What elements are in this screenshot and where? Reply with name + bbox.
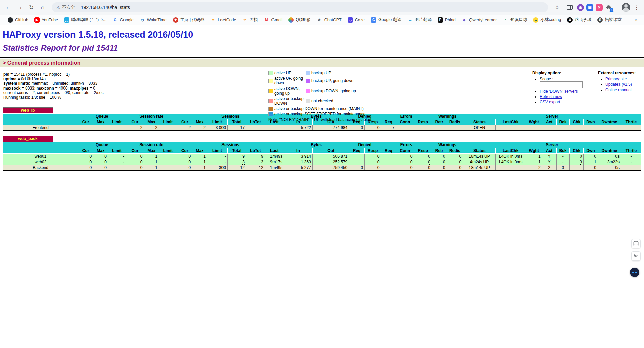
row-name-cell[interactable]: web02 <box>3 159 78 165</box>
bookmark-item[interactable]: MGmail <box>261 15 286 25</box>
display-option-link[interactable]: Hide 'DOWN' servers <box>540 89 578 94</box>
bookmark-item[interactable]: ◷WakaTime <box>137 15 170 25</box>
table-cell: 2 <box>542 165 556 171</box>
home-button[interactable]: ⌂ <box>38 2 48 12</box>
row-name-cell[interactable]: Frontend <box>3 125 78 131</box>
bookmark-item[interactable]: ◡Coze <box>345 15 368 25</box>
table-cell <box>381 165 396 171</box>
table-cell: 0 <box>364 125 381 131</box>
table-row: Frontend 22-223 00017 5 722774 984007 OP… <box>3 125 641 131</box>
external-resources: External resources: Primary siteUpdates … <box>598 71 644 93</box>
reload-button[interactable]: ↻ <box>26 2 36 12</box>
proxy-name-tab[interactable]: web_back <box>3 136 53 142</box>
table-cell: 1 <box>192 154 207 159</box>
table-cell: 0 <box>432 165 447 171</box>
bookmark-item[interactable]: ▶YouTube <box>31 15 61 25</box>
bookmark-label: 知识星球 <box>510 17 527 23</box>
table-cell: 9 <box>227 154 246 159</box>
value-with-tooltip: 12 <box>240 165 245 170</box>
bookmark-label: QQ邮箱 <box>296 17 310 23</box>
bookmark-item[interactable]: <>力扣 <box>239 15 261 25</box>
github-favicon <box>8 17 13 23</box>
bookmark-label: 图片翻译 <box>415 17 432 23</box>
external-resources-title: External resources: <box>598 71 636 75</box>
column-header: Wght <box>526 148 542 154</box>
bookmark-item[interactable]: ᴗ小林coding <box>530 15 564 25</box>
table-cell <box>496 165 526 171</box>
security-chip[interactable]: ⚠ 不安全 <box>56 4 75 10</box>
table-cell: 0 <box>78 154 93 159</box>
assistant-widget[interactable] <box>630 268 639 277</box>
display-option-link[interactable]: Refresh now <box>540 94 562 99</box>
reader-widget[interactable] <box>631 239 641 248</box>
extension-icon-pink[interactable]: ✕ <box>596 4 603 11</box>
column-header: Cur <box>177 119 192 125</box>
warning-icon: ⚠ <box>56 5 60 10</box>
table-cell: 0 <box>432 154 447 159</box>
table-cell: 1 <box>144 159 159 165</box>
bookmark-item[interactable]: GGoogle <box>109 15 136 25</box>
legend-swatch <box>268 99 273 103</box>
column-header: Total <box>227 148 246 154</box>
table-cell <box>396 125 414 131</box>
table-cell: L4OK in 0ms <box>496 154 526 159</box>
legend-swatch <box>306 99 310 103</box>
bookmark-item[interactable]: GGoogle 翻译 <box>368 15 404 25</box>
scope-input[interactable] <box>540 81 583 88</box>
extension-icon-blue[interactable]: ▣ <box>586 4 593 11</box>
table-cell: 0 <box>583 154 598 159</box>
bookmark-star-icon[interactable]: ☆ <box>552 2 562 12</box>
process-info-line: uptime = 0d 0h18m14s <box>3 77 104 82</box>
bookmark-item[interactable]: <>LeetCode <box>207 15 239 25</box>
table-cell: 0s <box>598 165 621 171</box>
bookmark-item[interactable]: PPhind <box>435 15 459 25</box>
bookmark-item[interactable]: ❋ChatGPT <box>314 15 345 25</box>
bookmark-item[interactable]: ‿哔哩哔哩 ( ˚- ˚)つ... <box>61 15 109 25</box>
table-cell: 7 <box>381 125 396 131</box>
bookmark-item[interactable]: QQ邮箱 <box>285 15 313 25</box>
translate-widget[interactable]: Aa <box>631 251 641 261</box>
bookmark-item[interactable]: ☁图片翻译 <box>404 15 435 25</box>
table-cell: 1 <box>526 154 542 159</box>
row-name-cell[interactable]: Backend <box>3 165 78 171</box>
address-bar[interactable]: ⚠ 不安全 192.168.6.140/ha_stats <box>52 2 548 12</box>
table-cell: 0s <box>598 154 621 159</box>
external-resource-link[interactable]: Primary site <box>605 77 627 81</box>
bookmark-item[interactable]: GitHub <box>5 15 31 25</box>
bookmarks-overflow-chevron[interactable]: » <box>633 17 639 23</box>
external-resource-link[interactable]: Online manual <box>605 88 631 92</box>
display-option-link[interactable]: CSV export <box>540 100 560 104</box>
table-cell <box>621 165 641 171</box>
table-cell: - <box>108 159 126 165</box>
bookmark-item[interactable]: ◆QwertyLearner <box>459 15 500 25</box>
table-cell: 0 <box>556 165 569 171</box>
column-header: Max <box>192 119 207 125</box>
bookmark-item[interactable]: S蚂蚁课堂 <box>594 15 625 25</box>
side-panel-icon[interactable] <box>564 2 575 12</box>
table-cell: 0 <box>126 165 144 171</box>
table-cell: 506 871 <box>312 154 349 159</box>
extension-icon-purple[interactable]: ◉ <box>577 4 584 11</box>
bookmark-item[interactable]: ◔知识星球 <box>500 15 530 25</box>
forward-button[interactable]: → <box>15 2 25 12</box>
menu-kebab-icon[interactable]: ⋮ <box>633 4 641 11</box>
row-name-cell[interactable]: web01 <box>3 154 78 159</box>
display-options-title: Display option: <box>532 71 561 75</box>
bookmark-item[interactable]: ☠路飞学城 <box>564 15 594 25</box>
legend-swatch <box>306 89 310 93</box>
display-option-item: Hide 'DOWN' servers <box>540 89 596 94</box>
chip-divider <box>78 5 78 10</box>
column-header: Req <box>381 148 396 154</box>
bookmark-label: Coze <box>355 18 365 22</box>
proxy-name-tab[interactable]: web_lb <box>3 107 53 113</box>
column-header: Bck <box>556 119 569 125</box>
haproxy-version-link[interactable]: HAProxy version 1.5.18, released 2016/05… <box>3 30 193 40</box>
profile-avatar[interactable] <box>622 3 630 12</box>
extensions-puzzle-icon[interactable]: 6 <box>605 4 612 11</box>
table-cell: 3 <box>569 159 583 165</box>
bookmark-item[interactable]: ❖主页 | 代码战 <box>170 15 208 25</box>
back-button[interactable]: ← <box>3 2 13 12</box>
external-resource-link[interactable]: Updates (v1.5) <box>605 82 632 87</box>
column-header: Limit <box>108 148 126 154</box>
table-cell: - <box>207 159 228 165</box>
